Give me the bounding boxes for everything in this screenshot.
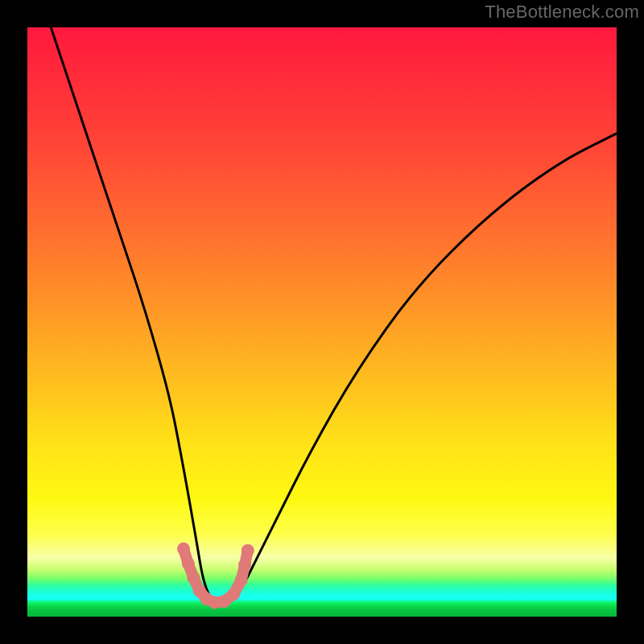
pink-bead (187, 572, 200, 584)
pink-bead (242, 544, 254, 557)
pink-bead (177, 543, 190, 555)
frame: TheBottleneck.com (0, 0, 644, 644)
black-curve (51, 27, 617, 605)
plot-area (27, 27, 617, 617)
pink-bead (235, 574, 248, 587)
pink-beads (177, 543, 254, 609)
pink-bead (227, 588, 240, 601)
pink-bead (238, 559, 251, 572)
watermark-text: TheBottleneck.com (485, 2, 639, 23)
chart-svg (27, 27, 617, 617)
pink-bead (182, 557, 195, 570)
